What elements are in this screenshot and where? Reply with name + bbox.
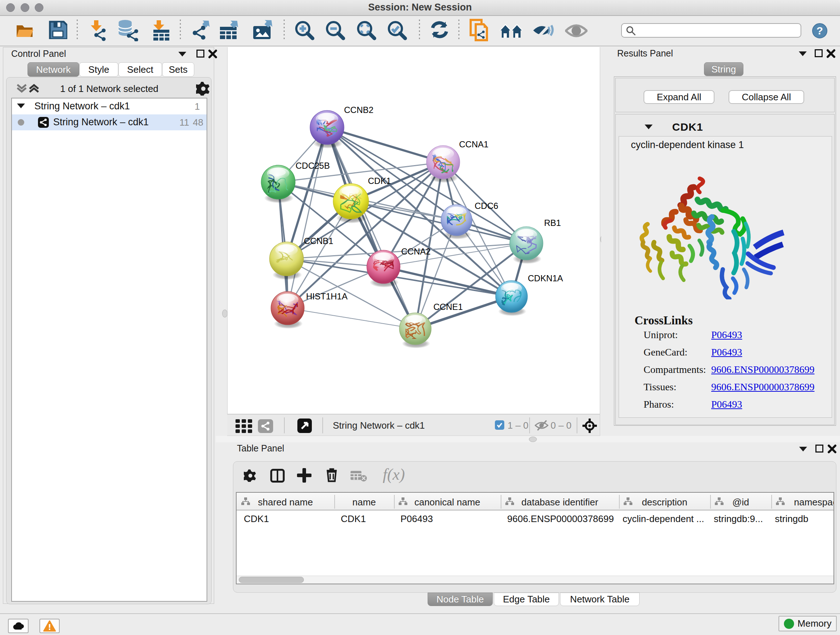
svg-text:CCNE1: CCNE1	[433, 302, 463, 312]
svg-text:CCNA1: CCNA1	[459, 139, 488, 149]
svg-text:CDK1: CDK1	[368, 176, 391, 186]
svg-text:CDC6: CDC6	[475, 201, 498, 211]
svg-text:CCNB2: CCNB2	[344, 105, 373, 115]
svg-text:CCNB1: CCNB1	[304, 236, 333, 246]
svg-text:HIST1H1A: HIST1H1A	[306, 291, 347, 301]
svg-text:CDKN1A: CDKN1A	[528, 273, 563, 283]
svg-text:RB1: RB1	[544, 218, 561, 228]
svg-text:CCNA2: CCNA2	[401, 247, 431, 256]
svg-text:CDC25B: CDC25B	[295, 161, 330, 171]
